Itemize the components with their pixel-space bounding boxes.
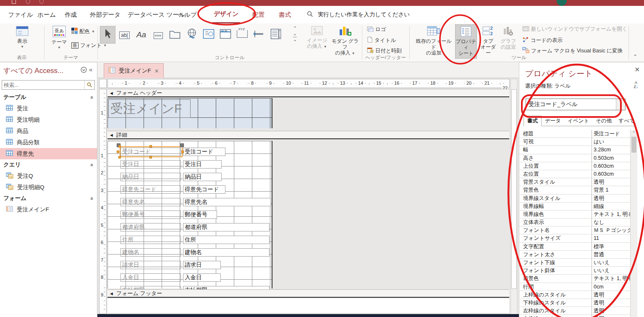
field-label-納品日[interactable]: 納品日 [120, 173, 181, 181]
menu-tab-8[interactable]: 配置 [251, 6, 266, 23]
property-value[interactable]: 透明 [592, 195, 630, 202]
themes-button[interactable]: 亜あ テーマ ▼ [47, 25, 71, 51]
nav-section-header-1[interactable]: テーブル« [0, 92, 97, 103]
chevron-down-icon[interactable]: ⌄ [293, 31, 297, 36]
menu-tab-4[interactable]: 外部データ [88, 6, 122, 23]
logo-button[interactable]: ロゴ [367, 26, 386, 33]
property-value[interactable]: 透明 [592, 299, 630, 307]
field-textbox-受注コード[interactable]: 受注コード [183, 148, 225, 156]
scrollbar-thumb[interactable] [631, 137, 636, 153]
nav-pane-title[interactable]: すべての Access... [3, 66, 63, 75]
field-label-受注日[interactable]: 受注日 [120, 160, 181, 169]
property-value[interactable]: 0.603cm [592, 162, 630, 170]
account-avatar[interactable] [557, 0, 567, 6]
open-subform-window-button[interactable]: 新しいウィンドウでサブフォームを開く [522, 26, 627, 33]
page-break-control-button[interactable] [251, 26, 267, 44]
property-value[interactable]: 透明 [592, 291, 630, 299]
close-tab-icon[interactable]: ✕ [154, 68, 159, 74]
property-value[interactable]: はい [592, 138, 630, 146]
form-title-label[interactable]: 受注メインF [108, 99, 191, 118]
property-value[interactable]: 透明 [592, 307, 630, 314]
field-textbox-住所[interactable]: 住所 [183, 236, 270, 244]
property-value[interactable]: いいえ [592, 267, 630, 274]
field-label-建物名[interactable]: 建物名 [120, 248, 181, 257]
insert-image-button[interactable]: イメージ の挿入 ▼ [305, 25, 329, 50]
hyperlink-control-button[interactable] [184, 26, 199, 44]
property-value[interactable]: 11 [592, 234, 630, 242]
nav-item-受注明細[interactable]: 受注明細 [0, 114, 97, 125]
nav-item-得意先[interactable]: 得意先 [0, 148, 97, 159]
nav-item-商品[interactable]: 商品 [0, 125, 97, 137]
tab-control-button[interactable] [167, 26, 183, 44]
detail-section-bar[interactable]: ◄ 詳細 [107, 131, 509, 139]
nav-search-button[interactable] [84, 81, 94, 89]
nav-item-受注[interactable]: 受注 [0, 103, 97, 114]
field-label-請求日[interactable]: 請求日 [120, 261, 181, 269]
option-group-control-button[interactable]: XYZ [234, 26, 250, 44]
view-button[interactable]: 表示 ▼ [9, 25, 35, 50]
property-tab-書式[interactable]: 書式 [524, 116, 542, 126]
shutter-close-icon[interactable]: « [89, 66, 92, 73]
detail-grid[interactable]: 受注コード受注コード受注日受注日納品日納品日得意先コード得意先コード得意先名得意… [107, 141, 272, 288]
gallery-more-icon[interactable]: ⌄ [293, 37, 297, 42]
property-tab-データ[interactable]: データ [542, 116, 564, 126]
field-label-得意先コード[interactable]: 得意先コード [120, 185, 181, 194]
field-textbox-受注日[interactable]: 受注日 [183, 160, 222, 169]
field-textbox-郵便番号[interactable]: 郵便番号 [183, 210, 217, 219]
chevron-up-icon[interactable]: ⌃ [632, 131, 636, 135]
menu-tab-1[interactable]: ファイル [6, 6, 34, 23]
nav-search-box[interactable] [2, 80, 95, 90]
property-value[interactable]: 細線 [592, 203, 630, 210]
select-pointer-button[interactable] [100, 26, 115, 44]
size-handle[interactable] [181, 151, 184, 153]
chevron-down-icon[interactable]: ⌄ [616, 99, 625, 110]
convert-macros-button[interactable]: フォーム マクロを Visual Basic に変換 [522, 47, 623, 55]
field-textbox-入金日[interactable]: 入金日 [183, 273, 221, 282]
field-label-住所[interactable]: 住所 [120, 236, 181, 244]
field-textbox-建物名[interactable]: 建物名 [183, 248, 270, 257]
view-code-button[interactable]: コードの表示 [522, 36, 563, 44]
property-tab-その他[interactable]: その他 [592, 116, 615, 126]
property-value[interactable]: 受注コード [592, 130, 630, 138]
field-label-都道府県[interactable]: 都道府県 [120, 223, 181, 231]
field-textbox-得意先コード[interactable]: 得意先コード [183, 185, 225, 194]
document-tab[interactable]: 受注メインF ✕ [104, 63, 164, 78]
textbox-control-button[interactable]: ab| [117, 26, 132, 44]
property-value[interactable]: 0cm [592, 283, 630, 291]
property-value[interactable]: 0.603cm [592, 170, 630, 178]
collapse-section-icon[interactable]: « [89, 197, 95, 200]
add-existing-fields-button[interactable]: 既存のフィールド の追加 [414, 25, 454, 56]
redo-icon[interactable] [39, 0, 44, 4]
field-textbox-請求日[interactable]: 請求日 [183, 261, 221, 269]
scrollbar-thumb[interactable] [511, 89, 517, 289]
insert-modern-chart-button[interactable]: モダン グラフ の挿入 ▼ [330, 25, 360, 57]
design-vertical-scrollbar[interactable] [510, 79, 517, 317]
property-value[interactable]: 透明 [592, 178, 630, 186]
size-handle[interactable] [118, 145, 121, 148]
nav-menu-icon[interactable] [81, 67, 87, 75]
nav-item-受注Q[interactable]: 受注Q [0, 170, 97, 182]
date-time-button[interactable]: 日付と時刻 [367, 47, 402, 55]
property-value[interactable]: 3.28cm [592, 146, 630, 153]
tab-order-button[interactable]: 22 タブ オーダー [479, 25, 498, 56]
property-value[interactable]: テキスト 1, 明る [592, 275, 630, 282]
property-value[interactable]: 普通 [592, 251, 630, 258]
property-value[interactable]: 背景 1 [592, 186, 630, 194]
menu-tab-9[interactable]: 書式 [277, 6, 293, 23]
property-sheet-scrollbar[interactable]: ⌃ [630, 130, 637, 317]
form-header-section-bar[interactable]: ◄ フォーム ヘッダー [107, 89, 509, 97]
move-handle[interactable] [180, 143, 184, 147]
form-footer-area[interactable] [107, 299, 509, 313]
field-label-郵便番号[interactable]: 郵便番号 [120, 210, 181, 219]
collapse-section-icon[interactable]: « [89, 96, 95, 99]
menu-tab-7[interactable]: デザイン [212, 6, 240, 23]
property-tab-イベント[interactable]: イベント [564, 116, 592, 126]
tell-me-box[interactable]: 実行したい作業を入力してください [318, 6, 410, 23]
form-footer-section-bar[interactable]: ◄ フォーム フッター [107, 289, 509, 298]
save-icon[interactable] [12, 0, 16, 4]
nav-item-受注明細Q[interactable]: 受注明細Q [0, 182, 97, 193]
property-value[interactable]: 透明 [592, 315, 630, 317]
label-control-button[interactable]: Aa [134, 26, 149, 44]
property-value[interactable]: なし [592, 218, 630, 226]
combo-box-control-button[interactable] [268, 26, 283, 44]
